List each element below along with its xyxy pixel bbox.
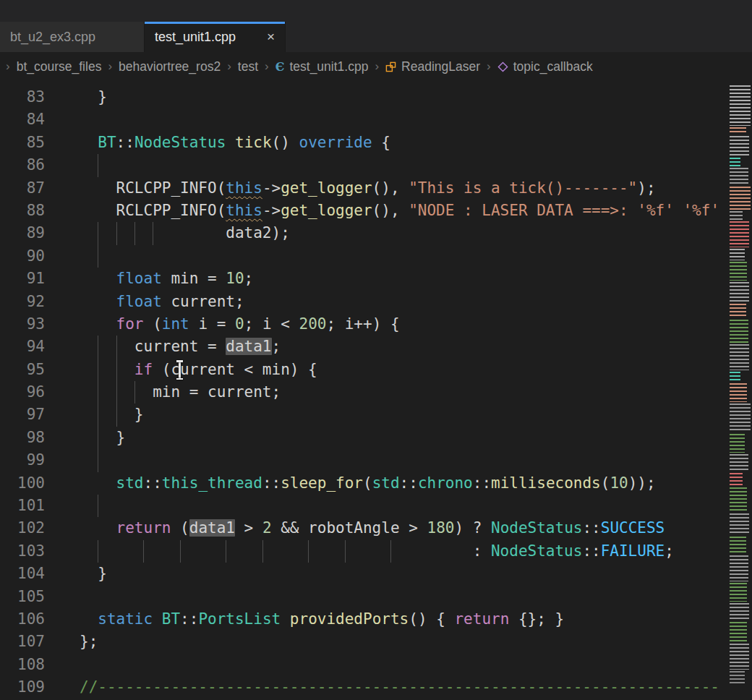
- code-line[interactable]: [48, 586, 729, 608]
- code-line[interactable]: [48, 495, 729, 517]
- minimap-line-block: [730, 644, 749, 670]
- tab-label: bt_u2_ex3.cpp: [10, 30, 95, 45]
- code-line[interactable]: //--------------------------------------…: [48, 676, 729, 699]
- minimap-line-block: [730, 85, 751, 126]
- code-line[interactable]: if (current < min) {: [48, 359, 729, 381]
- chevron-right-icon: ›: [108, 59, 112, 74]
- line-number[interactable]: 109: [0, 676, 48, 699]
- code-line[interactable]: static BT::PortsList providedPorts() { r…: [48, 608, 729, 631]
- line-number[interactable]: 86: [0, 154, 48, 176]
- line-number[interactable]: 100: [0, 472, 48, 495]
- close-icon[interactable]: ×: [260, 29, 275, 45]
- line-number[interactable]: 107: [0, 631, 48, 653]
- code-line[interactable]: }: [48, 86, 729, 108]
- line-number[interactable]: 106: [0, 608, 48, 631]
- indent-guide: [98, 427, 98, 449]
- titlebar: [0, 0, 752, 22]
- indent-guide: [98, 222, 98, 244]
- line-number[interactable]: 102: [0, 517, 48, 539]
- breadcrumb-item-bt_course_files[interactable]: bt_course_files: [17, 59, 102, 74]
- line-number[interactable]: 89: [0, 222, 48, 244]
- minimap-line-block: [730, 583, 747, 602]
- code-line[interactable]: };: [48, 631, 729, 653]
- breadcrumb-item-test[interactable]: test: [238, 59, 258, 74]
- minimap-line-block: [730, 487, 747, 512]
- chevron-right-icon: ›: [375, 59, 379, 74]
- breadcrumb-item-test_unit1-cpp[interactable]: Єtest_unit1.cpp: [275, 59, 369, 74]
- code-line[interactable]: float min = 10;: [48, 268, 729, 290]
- chevron-right-icon: ›: [265, 59, 269, 74]
- minimap-line-block: [730, 136, 749, 156]
- indent-guide: [98, 359, 98, 381]
- line-number[interactable]: 103: [0, 540, 48, 563]
- line-number[interactable]: 85: [0, 132, 48, 154]
- code-line[interactable]: }: [48, 563, 729, 585]
- chevron-right-icon: ›: [6, 59, 10, 74]
- indent-guide: [116, 404, 117, 426]
- breadcrumb-item-readinglaser[interactable]: ReadingLaser: [385, 59, 480, 74]
- line-number[interactable]: 98: [0, 427, 48, 449]
- line-number[interactable]: 91: [0, 268, 48, 290]
- line-number[interactable]: 92: [0, 291, 48, 313]
- indent-guide: [345, 540, 346, 563]
- line-number[interactable]: 93: [0, 313, 48, 336]
- code-line[interactable]: }: [48, 427, 729, 449]
- line-number[interactable]: 95: [0, 359, 48, 381]
- code-line[interactable]: for (int i = 0; i < 200; i++) {: [48, 313, 729, 336]
- indent-guide: [98, 404, 98, 426]
- line-number[interactable]: 101: [0, 495, 48, 517]
- line-number[interactable]: 97: [0, 404, 48, 426]
- line-number[interactable]: 96: [0, 381, 48, 404]
- breadcrumb-item-behaviortree_ros2[interactable]: behaviortree_ros2: [119, 59, 221, 74]
- code-line[interactable]: data2);: [48, 222, 729, 244]
- code-line[interactable]: std::this_thread::sleep_for(std::chrono:…: [48, 472, 729, 495]
- breadcrumb-label: bt_course_files: [17, 59, 102, 74]
- code-line[interactable]: RCLCPP_INFO(this->get_logger(), "NODE : …: [48, 200, 729, 222]
- code-lines[interactable]: } BT::NodeStatus tick() override { RCLCP…: [48, 81, 729, 700]
- code-line[interactable]: RCLCPP_INFO(this->get_logger(), "This is…: [48, 177, 729, 200]
- code-line[interactable]: [48, 245, 729, 268]
- minimap-line-block: [730, 555, 748, 581]
- code-line[interactable]: current = data1;: [48, 336, 729, 358]
- code-line[interactable]: [48, 108, 729, 131]
- line-number[interactable]: 84: [0, 108, 48, 131]
- indent-guide: [98, 245, 98, 268]
- code-line[interactable]: }: [48, 404, 729, 426]
- line-number[interactable]: 83: [0, 86, 48, 108]
- minimap-line-block: [730, 404, 751, 432]
- minimap[interactable]: [729, 81, 752, 700]
- minimap-line-block: [730, 513, 749, 535]
- code-line[interactable]: [48, 654, 729, 676]
- line-number[interactable]: 94: [0, 336, 48, 358]
- tab-bt_u2_ex3-cpp[interactable]: bt_u2_ex3.cpp: [0, 22, 145, 52]
- indent-guide: [180, 540, 181, 563]
- code-line[interactable]: float current;: [48, 291, 729, 313]
- minimap-line-block: [730, 537, 746, 554]
- breadcrumb-item-topic_callback[interactable]: topic_callback: [497, 59, 593, 74]
- chevron-right-icon: ›: [227, 59, 231, 74]
- code-line[interactable]: return (data1 > 2 && robotAngle > 180) ?…: [48, 517, 729, 539]
- code-line[interactable]: min = current;: [48, 381, 729, 404]
- line-number[interactable]: 90: [0, 245, 48, 268]
- line-number[interactable]: 87: [0, 177, 48, 200]
- minimap-line-block: [730, 454, 748, 471]
- minimap-line-block: [730, 304, 746, 318]
- code-line[interactable]: : NodeStatus::FAILURE;: [48, 540, 729, 563]
- line-number[interactable]: 104: [0, 563, 48, 585]
- code-line[interactable]: [48, 449, 729, 471]
- minimap-line-block: [730, 249, 745, 260]
- line-number[interactable]: 99: [0, 449, 48, 471]
- minimap-line-block: [730, 434, 745, 453]
- minimap-line-block: [730, 344, 749, 370]
- indent-guide: [98, 336, 98, 358]
- indent-guide: [98, 540, 98, 563]
- indent-guide: [226, 540, 226, 563]
- indent-guide: [143, 540, 144, 563]
- line-number[interactable]: 105: [0, 586, 48, 608]
- line-number[interactable]: 88: [0, 200, 48, 222]
- line-number[interactable]: 108: [0, 654, 48, 676]
- code-line[interactable]: [48, 154, 729, 176]
- tab-test_unit1-cpp[interactable]: test_unit1.cpp×: [145, 22, 286, 52]
- code-line[interactable]: BT::NodeStatus tick() override {: [48, 132, 729, 154]
- breadcrumb-label: ReadingLaser: [401, 59, 480, 74]
